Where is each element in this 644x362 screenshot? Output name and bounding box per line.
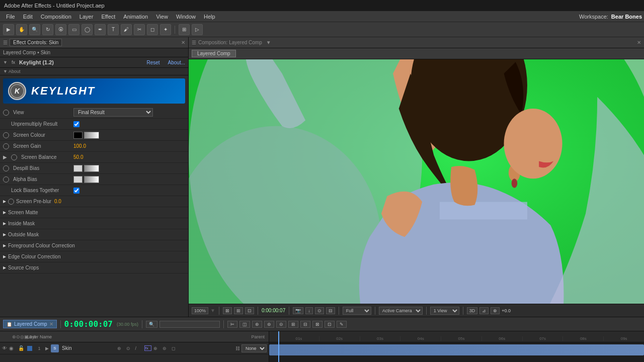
alpha-bias-swatch[interactable]: [73, 176, 83, 183]
inside-mask-section[interactable]: ▶ Inside Mask: [0, 218, 188, 229]
screen-preblur-section[interactable]: ▶ Screen Pre-blur 0.0: [0, 196, 188, 207]
playhead[interactable]: [278, 331, 279, 362]
menu-animation[interactable]: Animation: [119, 13, 152, 21]
timeline-search[interactable]: [159, 321, 220, 328]
solo-icon[interactable]: ◉: [9, 345, 16, 351]
switch-3d-btn[interactable]: 3D: [467, 307, 478, 314]
timeline-tracks[interactable]: 01s 02s 03s 04s 05s 06s 07s 08s 09s: [269, 331, 644, 362]
screen-matte-section[interactable]: ▶ Screen Matte: [0, 207, 188, 218]
menu-help[interactable]: Help: [200, 13, 219, 21]
timeline-tab[interactable]: 📋 Layered Comp ✕: [3, 320, 57, 328]
edge-colour-section[interactable]: ▶ Edge Colour Correction: [0, 251, 188, 262]
menu-view[interactable]: View: [152, 13, 172, 21]
effect-expand-icon[interactable]: ▼: [3, 60, 8, 65]
panel-header: ☰ Effect Controls: Skin ✕: [0, 37, 188, 48]
fg-colour-correction-section[interactable]: ▶ Foreground Colour Correction: [0, 240, 188, 251]
panel-close-btn[interactable]: ✕: [181, 40, 185, 45]
screen-balance-value[interactable]: 50.0: [73, 154, 83, 160]
adjustment-indicator[interactable]: ⊜: [163, 346, 170, 351]
layer-expand-icon[interactable]: ▶: [45, 346, 49, 351]
safe-zones-btn[interactable]: ⊡: [245, 307, 254, 314]
screen-preblur-value[interactable]: 0.0: [54, 199, 61, 204]
light-btn[interactable]: ⊠: [312, 321, 323, 328]
shy-switch[interactable]: ⊛: [117, 346, 124, 351]
screen-colour-swatch[interactable]: [73, 132, 83, 139]
solo-switch[interactable]: ◫: [239, 321, 250, 328]
selection-tool[interactable]: ▶: [3, 24, 14, 35]
grid-btn[interactable]: ⊞: [234, 307, 243, 314]
brush-tool[interactable]: 🖌: [121, 24, 132, 35]
timeline-tab-close[interactable]: ✕: [49, 321, 53, 327]
clone-tool[interactable]: ✂: [134, 24, 145, 35]
ellipse-tool[interactable]: ◯: [82, 24, 93, 35]
paint-btn[interactable]: ✎: [337, 321, 347, 328]
new-null-btn[interactable]: ⊡: [325, 321, 335, 328]
preview-btn[interactable]: ▷: [192, 24, 203, 35]
screen-gain-value[interactable]: 100.0: [73, 143, 86, 149]
pen-tool[interactable]: ✒: [95, 24, 106, 35]
comp-close-btn[interactable]: ✕: [637, 40, 641, 45]
layer-timeline-bar[interactable]: [269, 344, 644, 355]
comp-viewer[interactable]: [189, 59, 644, 304]
zoom-dropdown[interactable]: 100%: [192, 307, 208, 314]
menu-composition[interactable]: Composition: [37, 13, 75, 21]
effect-enable-icon[interactable]: fx: [12, 60, 15, 65]
despill-bias-swatch1[interactable]: [73, 165, 83, 172]
view-dropdown[interactable]: Final Result Source Corrected Source Scr…: [73, 108, 153, 117]
camera-orbit-tool[interactable]: ⦿: [55, 24, 66, 35]
menu-layer[interactable]: Layer: [75, 13, 98, 21]
motion-blur-indicator[interactable]: ⊕: [153, 346, 160, 351]
hand-tool[interactable]: ✋: [16, 24, 27, 35]
camera-dropdown[interactable]: Active Camera Camera 1 Front Left Top Cu…: [379, 307, 423, 315]
zoom-tool[interactable]: 🔍: [29, 24, 40, 35]
puppet-tool[interactable]: ✦: [160, 24, 171, 35]
lock-biases-label: Lock Biases Together: [3, 188, 73, 193]
menu-edit[interactable]: Edit: [19, 13, 37, 21]
shape-layer-btn[interactable]: ⊞: [288, 321, 298, 328]
resolution-dropdown[interactable]: Full Half Third Quarter: [343, 307, 371, 315]
collapse-transform[interactable]: ⊙: [126, 346, 133, 351]
eraser-tool[interactable]: ◻: [147, 24, 158, 35]
threed-indicator[interactable]: ◻: [172, 346, 179, 351]
despill-bias-gradient[interactable]: [84, 165, 99, 172]
view-layout-dropdown[interactable]: 1 View 2 Views 4 Views: [430, 307, 459, 315]
search-input[interactable]: 🔍: [146, 321, 157, 328]
lock-biases-checkbox[interactable]: [73, 188, 79, 194]
fit-to-view-btn[interactable]: ⊠: [223, 307, 232, 314]
pixel-aspect-btn[interactable]: ⊟: [326, 307, 335, 314]
unpremultiply-checkbox[interactable]: [73, 121, 79, 127]
menu-effect[interactable]: Effect: [97, 13, 119, 21]
parent-chain-icon[interactable]: ⛓: [235, 346, 240, 351]
fx-indicator[interactable]: fx: [144, 345, 151, 351]
alpha-bias-gradient[interactable]: [84, 176, 99, 183]
outside-mask-section[interactable]: ▶ Outside Mask: [0, 229, 188, 240]
effect-controls-tab[interactable]: Effect Controls: Skin: [10, 39, 62, 46]
menu-window[interactable]: Window: [172, 13, 200, 21]
lock-icon[interactable]: 🔓: [18, 345, 25, 351]
text-tool[interactable]: T: [108, 24, 119, 35]
play-from-here[interactable]: ⊨: [227, 321, 237, 328]
source-crops-section[interactable]: ▶ Source Crops: [0, 262, 188, 274]
quality-switch[interactable]: /: [135, 346, 142, 351]
snapshot-btn[interactable]: ↓: [305, 307, 313, 314]
screen-colour-gradient[interactable]: [84, 132, 99, 139]
parent-dropdown[interactable]: None: [242, 344, 267, 352]
rotate-tool[interactable]: ↻: [42, 24, 53, 35]
transparency-btn[interactable]: ⊙: [315, 307, 324, 314]
exposure-btn[interactable]: ⊕: [491, 307, 500, 314]
adjustment-layer-btn[interactable]: ⊜: [264, 321, 274, 328]
screen-preblur-label: Screen Pre-blur: [16, 199, 51, 204]
camera-btn[interactable]: ⊟: [300, 321, 310, 328]
viewer-tab-item[interactable]: Layered Comp: [192, 50, 236, 57]
menu-file[interactable]: File: [2, 13, 19, 21]
solo-view-btn[interactable]: ⊿: [479, 307, 489, 314]
about-btn[interactable]: About...: [168, 60, 185, 65]
reset-btn[interactable]: Reset: [146, 60, 159, 65]
snap-btn[interactable]: ⊞: [179, 24, 190, 35]
rect-tool[interactable]: ▭: [68, 24, 79, 35]
guide-layer-btn[interactable]: ⊝: [276, 321, 286, 328]
visibility-icon[interactable]: 👁: [2, 345, 7, 351]
motion-blur-switch[interactable]: ⊛: [252, 321, 262, 328]
layer-label-color[interactable]: [27, 346, 32, 351]
camera-shutter-btn[interactable]: 📷: [293, 307, 303, 314]
